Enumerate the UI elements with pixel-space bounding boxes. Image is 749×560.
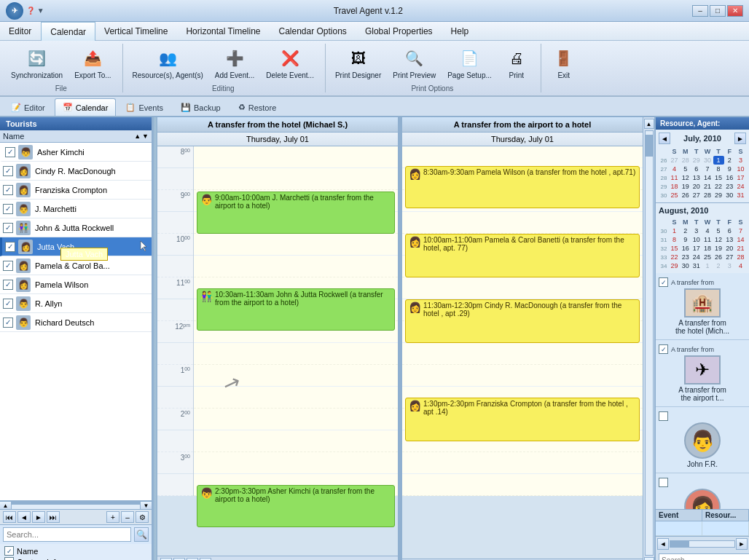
cal-day[interactable]: 17 (691, 244, 702, 253)
cal-day[interactable]: 21 (702, 182, 713, 191)
tab-events[interactable]: 📋 Events (117, 98, 171, 116)
cal-event-pamela-wilson[interactable]: 👩 8:30am-9:30am Pamela Wilson (a transfe… (405, 166, 640, 208)
cal-day[interactable]: 25 (702, 253, 713, 261)
tourist-checkbox[interactable] (3, 166, 13, 176)
page-setup-button[interactable]: 📄 Page Setup... (442, 44, 497, 83)
resource-checkbox[interactable] (659, 411, 668, 421)
cal-event-cindy[interactable]: 👩 11:30am-12:30pm Cindy R. MacDonough (a… (405, 299, 640, 343)
menu-global-properties[interactable]: Global Properties (356, 22, 442, 40)
tourist-row[interactable]: 👩 Pamela & Carol Ba... (0, 256, 152, 275)
nav-first-btn[interactable]: ⏮ (3, 511, 16, 523)
cal-day[interactable]: 2 (724, 156, 735, 165)
cal-day[interactable]: 16 (680, 244, 691, 253)
right-search-input[interactable] (659, 553, 749, 560)
cal-day[interactable]: 20 (724, 244, 735, 253)
tourist-checkbox[interactable] (5, 147, 15, 157)
cal-day[interactable]: 26 (713, 253, 724, 261)
close-button[interactable]: ✕ (727, 5, 743, 17)
resource-item-airport-transfer[interactable]: A transfer from ✈ A transfer fromthe air… (656, 340, 749, 407)
cal-event-rockwell[interactable]: 👫 10:30am-11:30am John & Jutta Rockwell … (197, 288, 395, 331)
cal-day[interactable]: 6 (724, 226, 735, 235)
tourist-checkbox[interactable] (3, 185, 13, 195)
menu-calendar[interactable]: Calendar (41, 22, 95, 41)
cal-day[interactable]: 18 (669, 182, 680, 191)
cal-day[interactable]: 7 (735, 226, 746, 235)
cal-day[interactable]: 31 (691, 261, 702, 270)
remove-tourist-btn[interactable]: – (121, 511, 134, 523)
add-event-button[interactable]: ➕ Add Event... (210, 44, 259, 83)
menu-horizontal-timeline[interactable]: Horizontal Timeline (177, 22, 270, 40)
cal-day[interactable]: 17 (735, 173, 746, 182)
cal-left-scroll[interactable]: 8 00 9 00 10 00 11 00 12 pm 1 00 (157, 146, 398, 556)
resource-checkbox[interactable] (659, 478, 668, 487)
cal-day[interactable]: 19 (680, 182, 691, 191)
sort-asc-icon[interactable]: ▲ (134, 133, 141, 140)
rp-scroll-right-btn[interactable]: ► (736, 538, 748, 550)
cal-day[interactable]: 15 (669, 244, 680, 253)
cal-day[interactable]: 7 (702, 165, 713, 173)
scroll-up-btn[interactable]: ▲ (0, 502, 12, 509)
resource-item-john-fr[interactable]: 👨 John F.R. (656, 407, 749, 473)
cal-day[interactable]: 22 (713, 182, 724, 191)
cal-day[interactable]: 27 (669, 156, 680, 165)
cal-day[interactable]: 2 (680, 226, 691, 235)
resource-item-diane[interactable]: 👩 Diane W. (656, 473, 749, 509)
cal-day[interactable]: 16 (724, 173, 735, 182)
cal-event-kimchi[interactable]: 👦 2:30pm-3:30pm Asher Kimchi (a transfer… (197, 485, 395, 527)
cal-day[interactable]: 14 (702, 173, 713, 182)
rp-scroll-left-btn[interactable]: ◄ (657, 538, 669, 550)
tourist-row[interactable]: 👨 R. Allyn (0, 294, 152, 313)
cal-day[interactable]: 8 (669, 235, 680, 244)
cal-day[interactable]: 21 (735, 244, 746, 253)
cal-day[interactable]: 19 (713, 244, 724, 253)
cal-day[interactable]: 25 (669, 191, 680, 200)
cal-day[interactable]: 30 (702, 156, 713, 165)
cal-event-pamela-carol[interactable]: 👩 10:00am-11:00am Pamela & Carol Banetti… (405, 234, 640, 277)
cal-day[interactable]: 24 (735, 182, 746, 191)
sync-button[interactable]: 🔄 Synchronization (6, 44, 68, 83)
cal-scroll-down-btn[interactable]: ▼ (644, 557, 654, 560)
cal-day[interactable]: 1 (702, 261, 713, 270)
cal-day[interactable]: 4 (735, 261, 746, 270)
cal-day[interactable]: 27 (691, 191, 702, 200)
exit-button[interactable]: 🚪 Exit (546, 44, 582, 83)
tourist-row[interactable]: 👨 J. Marchetti (0, 200, 152, 218)
resource-checkbox[interactable] (659, 344, 668, 354)
tab-editor[interactable]: 📝 Editor (3, 98, 53, 116)
add-tourist-btn[interactable]: + (106, 511, 119, 523)
cal-event-marchetti[interactable]: 👨 9:00am-10:00am J. Marchetti (a transfe… (197, 192, 395, 234)
cal-day[interactable]: 10 (735, 165, 746, 173)
cal-day[interactable]: 4 (669, 165, 680, 173)
sort-desc-icon[interactable]: ▼ (142, 133, 149, 140)
cal-day[interactable]: 11 (669, 173, 680, 182)
tourists-search-input[interactable] (3, 527, 131, 542)
minimize-button[interactable]: – (692, 5, 708, 17)
cal-day[interactable]: 28 (680, 156, 691, 165)
tourist-checkbox[interactable] (3, 204, 13, 214)
tab-calendar[interactable]: 📅 Calendar (55, 98, 117, 116)
cal-day[interactable]: 23 (680, 253, 691, 261)
cal-day[interactable]: 12 (680, 173, 691, 182)
delete-event-button[interactable]: ❌ Delete Event... (261, 44, 319, 83)
resource-checkbox[interactable] (659, 277, 668, 287)
cal-day[interactable]: 5 (713, 226, 724, 235)
cal-day[interactable]: 4 (702, 226, 713, 235)
nav-next-btn[interactable]: ► (32, 511, 45, 523)
print-preview-button[interactable]: 🔍 Print Preview (388, 44, 441, 83)
tourist-checkbox[interactable] (5, 242, 15, 252)
mini-cal-prev-btn[interactable]: ◄ (659, 133, 670, 144)
settings-btn[interactable]: ⚙ (136, 511, 149, 523)
checkbox-custom-info[interactable]: Custom Info (4, 557, 147, 560)
cal-day[interactable]: 14 (735, 235, 746, 244)
cal-day[interactable]: 20 (691, 182, 702, 191)
cal-day[interactable]: 10 (691, 235, 702, 244)
tourist-row[interactable]: 👩 Cindy R. MacDonough (0, 162, 152, 181)
menu-vertical-timeline[interactable]: Vertical Timeline (95, 22, 177, 40)
cal-day[interactable]: 24 (691, 253, 702, 261)
cal-day[interactable]: 31 (735, 191, 746, 200)
cal-day-sun[interactable]: 3 (735, 156, 746, 165)
cal-day[interactable]: 13 (724, 235, 735, 244)
cal-day[interactable]: 22 (669, 253, 680, 261)
tab-restore[interactable]: ♻ Restore (230, 98, 285, 116)
cal-day[interactable]: 11 (702, 235, 713, 244)
